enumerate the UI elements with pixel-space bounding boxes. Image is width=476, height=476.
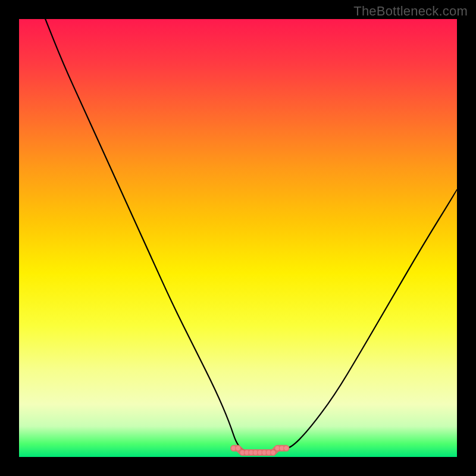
minimum-marker-dot	[271, 450, 276, 455]
plot-area	[19, 19, 457, 457]
minimum-marker-dot	[236, 446, 241, 451]
minimum-markers	[231, 446, 289, 455]
watermark-text: TheBottleneck.com	[353, 4, 468, 19]
chart-frame: TheBottleneck.com	[0, 0, 476, 476]
bottleneck-curve	[45, 19, 457, 453]
minimum-marker-dot	[284, 446, 289, 451]
curve-overlay	[19, 19, 457, 457]
